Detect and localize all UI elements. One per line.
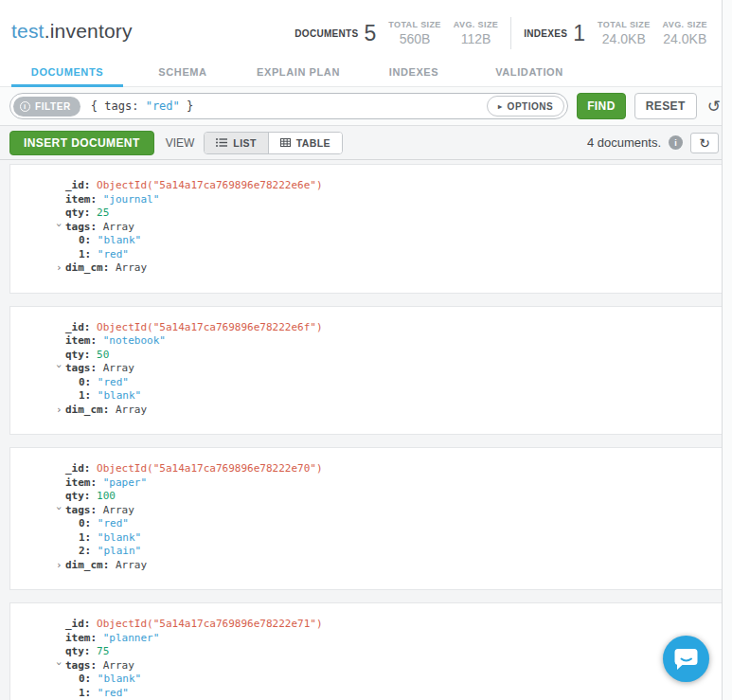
field-key: 1:: [79, 531, 91, 544]
view-label: VIEW: [166, 136, 195, 150]
field-value: "notebook": [97, 334, 166, 347]
field-value: Array: [109, 559, 147, 571]
indexes-stat: INDEXES 1: [524, 21, 585, 46]
document-field[interactable]: ›tags: Array: [10, 659, 722, 673]
document-card: _id: ObjectId("5a14a17ca769896e78222e71"…: [9, 602, 723, 700]
document-field[interactable]: 0: "blank": [10, 673, 722, 687]
field-key: qty:: [65, 349, 91, 361]
field-key: tags:: [65, 504, 97, 516]
document-field[interactable]: 1: "blank": [10, 389, 722, 404]
page-header: test.inventory DOCUMENTS 5 TOTAL SIZE 56…: [0, 0, 732, 59]
document-field[interactable]: item: "journal": [10, 193, 722, 207]
tab-validation[interactable]: VALIDATION: [472, 59, 587, 86]
field-value: 100: [91, 490, 116, 502]
document-field[interactable]: qty: 25: [10, 206, 722, 221]
filter-info-icon: i: [20, 101, 30, 112]
field-key: 0:: [79, 234, 91, 246]
field-key: item:: [65, 476, 97, 489]
document-field[interactable]: 0: "red": [10, 376, 722, 390]
tab-schema[interactable]: SCHEMA: [125, 59, 241, 86]
field-key: dim_cm:: [65, 559, 109, 571]
stats-divider: [510, 17, 511, 49]
field-value: Array: [97, 221, 134, 233]
document-field[interactable]: item: "notebook": [10, 334, 722, 349]
document-field[interactable]: ›tags: Array: [10, 504, 722, 518]
field-key: 0:: [79, 673, 91, 685]
expand-toggle-icon[interactable]: ›: [56, 559, 65, 573]
field-key: _id:: [65, 321, 91, 333]
document-field[interactable]: ›dim_cm: Array: [10, 261, 722, 276]
collection-stats: DOCUMENTS 5 TOTAL SIZE 560B AVG. SIZE 11…: [295, 9, 707, 49]
document-field[interactable]: ›dim_cm: Array: [10, 404, 722, 418]
tab-indexes[interactable]: INDEXES: [356, 59, 472, 86]
insert-document-button[interactable]: INSERT DOCUMENT: [9, 131, 154, 155]
field-key: 1:: [79, 248, 91, 260]
tab-bar: DOCUMENTSSCHEMAEXPLAIN PLANINDEXESVALIDA…: [0, 59, 732, 87]
field-key: 1:: [79, 687, 91, 699]
find-button[interactable]: FIND: [577, 93, 626, 119]
field-key: 0:: [79, 376, 91, 388]
field-key: item:: [65, 334, 97, 347]
document-field[interactable]: _id: ObjectId("5a14a17ca769896e78222e6f"…: [10, 321, 722, 335]
field-key: item:: [65, 193, 97, 206]
collapse-toggle-icon[interactable]: ›: [52, 363, 66, 372]
documents-info-icon[interactable]: i: [669, 135, 683, 150]
field-key: 2:: [79, 545, 91, 557]
document-card: _id: ObjectId("5a14a17ca769896e78222e6e"…: [9, 164, 723, 294]
query-string-value: "red": [146, 99, 180, 113]
list-view-toggle[interactable]: LIST: [205, 133, 267, 153]
document-field[interactable]: ›tags: Array: [10, 221, 722, 235]
document-field[interactable]: qty: 50: [10, 349, 722, 363]
document-field[interactable]: item: "planner": [10, 632, 722, 646]
document-field[interactable]: qty: 75: [10, 645, 722, 659]
field-value: 25: [91, 206, 110, 219]
document-field[interactable]: 1: "blank": [10, 531, 722, 546]
field-key: tags:: [65, 221, 97, 233]
document-field[interactable]: _id: ObjectId("5a14a17ca769896e78222e6e"…: [10, 179, 722, 193]
document-field[interactable]: qty: 100: [10, 490, 722, 504]
field-value: ObjectId("5a14a17ca769896e78222e6e"): [91, 179, 323, 191]
document-field[interactable]: item: "paper": [10, 476, 722, 491]
list-view-label: LIST: [233, 137, 256, 149]
document-field[interactable]: ›tags: Array: [10, 362, 722, 376]
document-list: _id: ObjectId("5a14a17ca769896e78222e6e"…: [0, 160, 732, 700]
document-field[interactable]: 1: "red": [10, 248, 722, 262]
documents-total-size: TOTAL SIZE 560B: [388, 20, 441, 46]
collapse-toggle-icon[interactable]: ›: [52, 222, 66, 231]
expand-toggle-icon[interactable]: ›: [56, 261, 65, 276]
field-value: Array: [109, 404, 147, 416]
document-field[interactable]: 0: "blank": [10, 234, 722, 248]
document-card: _id: ObjectId("5a14a17ca769896e78222e6f"…: [9, 306, 723, 436]
chat-bubble-icon: [674, 648, 698, 671]
tab-explain-plan[interactable]: EXPLAIN PLAN: [241, 59, 356, 86]
field-value: Array: [97, 362, 134, 374]
field-key: qty:: [65, 490, 91, 502]
toolbar-right: 4 documents. i ↻: [587, 133, 723, 153]
query-history-button[interactable]: ↺: [705, 99, 723, 115]
table-view-toggle[interactable]: TABLE: [268, 133, 342, 153]
field-value: "plain": [91, 545, 141, 557]
field-key: tags:: [65, 659, 97, 672]
list-view-icon: [216, 138, 227, 147]
document-field[interactable]: _id: ObjectId("5a14a17ca769896e78222e71"…: [10, 618, 722, 632]
field-value: ObjectId("5a14a17ca769896e78222e71"): [91, 618, 323, 630]
filter-input[interactable]: i FILTER { tags: "red" } ▸ OPTIONS: [9, 93, 568, 119]
field-key: 1:: [79, 389, 91, 402]
field-key: _id:: [65, 462, 91, 475]
refresh-documents-button[interactable]: ↻: [690, 133, 719, 153]
expand-toggle-icon[interactable]: ›: [56, 404, 65, 418]
reset-button[interactable]: RESET: [634, 93, 697, 119]
collapse-toggle-icon[interactable]: ›: [52, 505, 66, 514]
document-field[interactable]: _id: ObjectId("5a14a17ca769896e78222e70"…: [10, 462, 722, 476]
refresh-icon: ↻: [699, 135, 710, 151]
document-field[interactable]: 0: "red": [10, 517, 722, 531]
document-card: _id: ObjectId("5a14a17ca769896e78222e70"…: [9, 447, 723, 590]
options-button[interactable]: ▸ OPTIONS: [487, 96, 564, 117]
document-field[interactable]: 2: "plain": [10, 545, 722, 559]
chat-launcher-button[interactable]: [663, 636, 709, 682]
document-field[interactable]: 1: "red": [10, 687, 722, 700]
document-field[interactable]: ›dim_cm: Array: [10, 559, 722, 573]
tab-documents[interactable]: DOCUMENTS: [9, 59, 125, 86]
collapse-toggle-icon[interactable]: ›: [52, 660, 66, 670]
scrollbar-track[interactable]: [722, 0, 732, 700]
